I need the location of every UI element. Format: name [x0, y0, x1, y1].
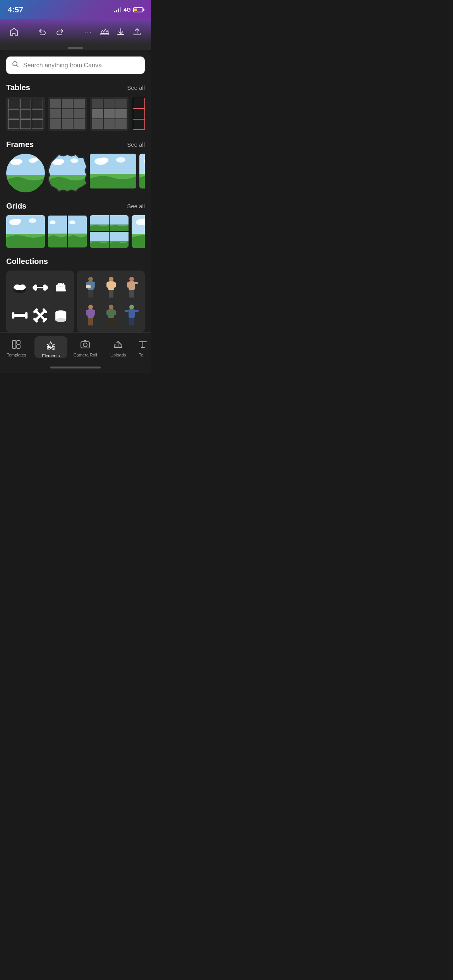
premium-button[interactable] — [98, 25, 112, 39]
svg-rect-84 — [91, 290, 93, 298]
grid-item-3[interactable] — [90, 215, 129, 248]
svg-point-14 — [70, 158, 78, 163]
svg-point-76 — [55, 318, 66, 322]
status-icons: 4G — [114, 7, 143, 13]
frames-see-all[interactable]: See all — [127, 141, 145, 148]
svg-rect-97 — [132, 290, 134, 298]
svg-rect-83 — [88, 290, 91, 298]
svg-rect-101 — [92, 310, 95, 315]
fitness-item-3 — [51, 274, 70, 301]
svg-point-110 — [129, 305, 134, 309]
nav-uploads[interactable]: Uploads — [102, 336, 135, 357]
more-button[interactable]: ··· — [81, 25, 95, 39]
svg-rect-44 — [90, 232, 109, 241]
svg-rect-67 — [25, 312, 27, 319]
download-button[interactable] — [114, 25, 128, 39]
svg-rect-90 — [109, 290, 111, 298]
frames-title: Frames — [6, 140, 34, 149]
svg-point-104 — [109, 305, 113, 309]
tables-header: Tables See all — [6, 83, 145, 92]
search-box[interactable] — [6, 57, 145, 74]
svg-rect-113 — [135, 310, 139, 312]
svg-rect-0 — [101, 34, 108, 35]
grid-item-4[interactable] — [132, 215, 145, 248]
grid-item-1[interactable] — [6, 215, 45, 248]
frame-circle[interactable] — [6, 154, 45, 192]
camera-roll-label: Camera Roll — [74, 353, 97, 357]
svg-point-32 — [14, 219, 21, 223]
frame-landscape-1[interactable] — [90, 154, 136, 188]
person-item-6 — [122, 302, 141, 329]
text-label: Te... — [139, 353, 147, 357]
search-input[interactable] — [23, 62, 139, 69]
nav-camera-roll[interactable]: Camera Roll — [69, 336, 102, 357]
collections-header: Collections — [6, 257, 145, 266]
redo-button[interactable] — [53, 25, 67, 39]
table-item-4[interactable] — [132, 97, 145, 131]
drag-handle[interactable] — [0, 44, 151, 50]
main-panel: Tables See all — [0, 50, 151, 332]
grids-row — [6, 215, 145, 248]
tables-see-all[interactable]: See all — [127, 84, 145, 91]
svg-rect-65 — [13, 314, 27, 317]
grids-title: Grids — [6, 202, 26, 211]
person-item-1 — [81, 274, 100, 301]
table-item-1[interactable] — [6, 97, 45, 131]
svg-rect-103 — [91, 318, 93, 326]
toolbar-right: ··· — [81, 25, 144, 39]
table-item-3[interactable] — [90, 97, 129, 131]
share-button[interactable] — [130, 25, 144, 39]
grids-header: Grids See all — [6, 202, 145, 211]
svg-rect-82 — [92, 282, 95, 288]
svg-rect-94 — [127, 282, 130, 288]
svg-point-39 — [69, 221, 76, 224]
collection-people[interactable] — [77, 271, 145, 332]
nav-text[interactable]: Te... — [135, 336, 151, 357]
toolbar-left — [7, 25, 21, 39]
svg-rect-91 — [111, 290, 113, 298]
collection-fitness[interactable] — [6, 271, 74, 332]
nav-elements[interactable]: Elements — [34, 336, 67, 358]
collections-section: Collections — [0, 251, 151, 332]
svg-rect-116 — [12, 341, 16, 348]
templates-label: Templates — [7, 353, 26, 357]
uploads-label: Uploads — [110, 353, 126, 357]
svg-rect-115 — [132, 318, 134, 326]
nav-templates[interactable]: Templates — [0, 336, 33, 357]
svg-point-13 — [57, 159, 64, 164]
home-bar — [50, 367, 101, 368]
grids-see-all[interactable]: See all — [127, 203, 145, 209]
svg-point-18 — [99, 158, 108, 163]
svg-rect-85 — [86, 285, 91, 288]
tables-section: Tables See all — [0, 77, 151, 134]
svg-rect-118 — [17, 345, 20, 348]
frames-section: Frames See all — [0, 134, 151, 195]
person-item-5 — [101, 302, 120, 329]
frame-badge[interactable] — [48, 154, 87, 192]
templates-icon — [11, 339, 21, 351]
svg-rect-40 — [90, 215, 109, 224]
status-bar: 4:57 4G — [0, 0, 151, 19]
table-item-2[interactable] — [48, 97, 87, 131]
frame-landscape-2[interactable] — [139, 154, 145, 188]
elements-icon — [46, 340, 56, 352]
undo-button[interactable] — [36, 25, 50, 39]
collections-title: Collections — [6, 257, 48, 266]
svg-point-19 — [116, 157, 125, 163]
grid-item-2[interactable] — [48, 215, 87, 248]
svg-rect-62 — [58, 283, 60, 286]
svg-rect-88 — [106, 282, 110, 288]
grids-section: Grids See all — [0, 195, 151, 251]
home-button[interactable] — [7, 25, 21, 39]
svg-rect-100 — [86, 310, 89, 315]
svg-point-7 — [15, 159, 22, 164]
svg-rect-96 — [129, 290, 132, 298]
person-item-3 — [122, 274, 141, 301]
fitness-item-6 — [51, 302, 70, 329]
frames-row — [6, 154, 145, 192]
fitness-item-1 — [10, 274, 29, 301]
svg-point-79 — [88, 277, 93, 281]
svg-rect-34 — [48, 216, 67, 234]
svg-point-86 — [109, 277, 113, 281]
person-item-4 — [81, 302, 100, 329]
